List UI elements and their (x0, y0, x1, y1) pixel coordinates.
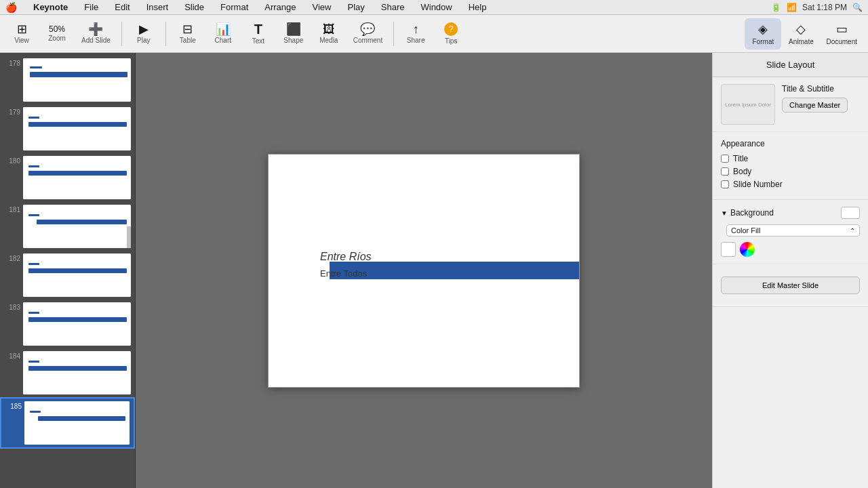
menu-file[interactable]: File (81, 2, 101, 12)
menu-keynote[interactable]: Keynote (31, 2, 71, 12)
slide-number-checkbox[interactable] (721, 180, 729, 188)
edit-master-button[interactable]: Edit Master Slide (721, 277, 860, 294)
slide-number-182: 182 (4, 253, 20, 262)
menu-view[interactable]: View (310, 2, 334, 12)
layout-info: Title & Subtitle Change Master (782, 84, 860, 113)
slide-item-182[interactable]: 182 (0, 251, 135, 300)
menu-play[interactable]: Play (344, 2, 367, 12)
background-header: ▼ Background (721, 207, 860, 219)
body-checkbox-row: Body (721, 167, 860, 176)
slide-canvas[interactable]: Entre Ríos Entre Todos (268, 154, 580, 388)
menu-format[interactable]: Format (218, 2, 251, 12)
menu-insert[interactable]: Insert (144, 2, 172, 12)
document-panel-icon: ▭ (836, 22, 848, 37)
tips-icon: ? (444, 22, 458, 36)
slide-item-184[interactable]: 184 (0, 348, 135, 397)
layout-row: Lorem Ipsum Dolor Title & Subtitle Chang… (721, 84, 860, 125)
document-panel-button[interactable]: ▭ Document (821, 18, 863, 49)
slide-number-checkbox-label: Slide Number (733, 180, 783, 189)
view-icon: ⊞ (17, 23, 27, 35)
slide-number-183: 183 (4, 302, 20, 311)
view-label: View (14, 37, 29, 44)
chart-icon: 📊 (216, 23, 231, 35)
zoom-button[interactable]: 50% Zoom (41, 18, 73, 49)
background-collapse-icon[interactable]: ▼ (721, 209, 728, 217)
media-label: Media (319, 37, 338, 44)
view-button[interactable]: ⊞ View (5, 18, 38, 49)
slide-thumb-180 (23, 156, 131, 199)
layout-preview: Lorem Ipsum Dolor (721, 84, 775, 125)
format-panel-button[interactable]: ◈ Format (745, 18, 781, 49)
slide-item-183[interactable]: 183 (0, 300, 135, 348)
comment-button[interactable]: 💬 Comment (348, 18, 388, 49)
text-label: Text (252, 37, 264, 45)
panel-header: Slide Layout (713, 53, 868, 77)
slide-subtitle[interactable]: Entre Todos (320, 268, 367, 279)
slide-number-179: 179 (4, 107, 20, 116)
background-color-swatch[interactable] (841, 207, 860, 219)
media-icon: 🖼 (323, 23, 335, 35)
bg-fill-row: Color Fill ⌃ (721, 224, 860, 237)
slide-item-185[interactable]: 185 (0, 397, 135, 449)
chart-label: Chart (215, 37, 231, 44)
color-fill-label: Color Fill (731, 226, 760, 235)
appearance-section: Appearance Title Body Slide Number (713, 132, 868, 200)
shape-button[interactable]: ⬛ Shape (277, 18, 310, 49)
color-picker-icon[interactable] (740, 242, 755, 257)
menu-wifi: 📶 (787, 3, 797, 12)
change-master-button[interactable]: Change Master (782, 98, 848, 113)
slide-item-179[interactable]: 179 (0, 104, 135, 153)
add-slide-button[interactable]: ➕ Add Slide (76, 18, 116, 49)
main-content: 178 179 180 (0, 53, 868, 488)
play-button[interactable]: ▶ Play (127, 18, 160, 49)
slide-thumb-181 (23, 205, 131, 248)
color-swatch[interactable] (721, 242, 736, 257)
menu-help[interactable]: Help (466, 2, 490, 12)
apple-menu[interactable]: 🍎 (5, 2, 17, 13)
slide-item-178[interactable]: 178 (0, 56, 135, 104)
zoom-icon: 50% (49, 25, 65, 33)
layout-name: Title & Subtitle (782, 84, 860, 94)
table-label: Table (180, 37, 196, 44)
canvas-area[interactable]: Entre Ríos Entre Todos (136, 53, 712, 488)
format-panel-icon: ◈ (758, 22, 768, 37)
background-section: ▼ Background Color Fill ⌃ (713, 200, 868, 264)
panel-buttons: ◈ Format ◇ Animate ▭ Document (745, 18, 863, 49)
slide-item-180[interactable]: 180 (0, 153, 135, 202)
chart-button[interactable]: 📊 Chart (207, 18, 239, 49)
play-label: Play (137, 37, 150, 44)
color-fill-dropdown[interactable]: Color Fill ⌃ (726, 224, 860, 237)
menu-edit[interactable]: Edit (112, 2, 132, 12)
slide-item-181[interactable]: 181 (0, 202, 135, 251)
appearance-label: Appearance (721, 139, 860, 148)
menu-slide[interactable]: Slide (182, 2, 207, 12)
menu-time: Sat 1:18 PM (802, 3, 847, 12)
comment-label: Comment (353, 37, 382, 44)
format-panel-label: Format (753, 38, 774, 45)
animate-panel-button[interactable]: ◇ Animate (783, 18, 819, 49)
table-button[interactable]: ⊟ Table (172, 18, 204, 49)
menu-bar-right: 🔋 📶 Sat 1:18 PM 🔍 (771, 3, 863, 12)
tips-button[interactable]: ? Tips (435, 18, 467, 49)
slide-title[interactable]: Entre Ríos (320, 251, 372, 263)
share-label: Share (407, 37, 425, 44)
media-button[interactable]: 🖼 Media (313, 18, 345, 49)
slide-thumb-184 (23, 351, 131, 394)
text-button[interactable]: T Text (242, 18, 275, 49)
share-button[interactable]: ↑ Share (399, 18, 432, 49)
menu-window[interactable]: Window (418, 2, 454, 12)
layout-section: Lorem Ipsum Dolor Title & Subtitle Chang… (713, 77, 868, 132)
edit-master-section: Edit Master Slide (713, 264, 868, 307)
comment-icon: 💬 (360, 23, 375, 35)
body-checkbox[interactable] (721, 167, 729, 176)
menu-search-icon[interactable]: 🔍 (852, 3, 863, 12)
menu-arrange[interactable]: Arrange (262, 2, 298, 12)
animate-panel-label: Animate (789, 38, 814, 45)
right-panel: Slide Layout Lorem Ipsum Dolor Title & S… (712, 53, 868, 488)
menu-share[interactable]: Share (378, 2, 408, 12)
slide-number-180: 180 (4, 156, 20, 165)
play-icon: ▶ (139, 23, 149, 35)
slide-number-185: 185 (5, 401, 22, 410)
slide-thumb-178 (23, 58, 131, 102)
title-checkbox[interactable] (721, 155, 729, 163)
